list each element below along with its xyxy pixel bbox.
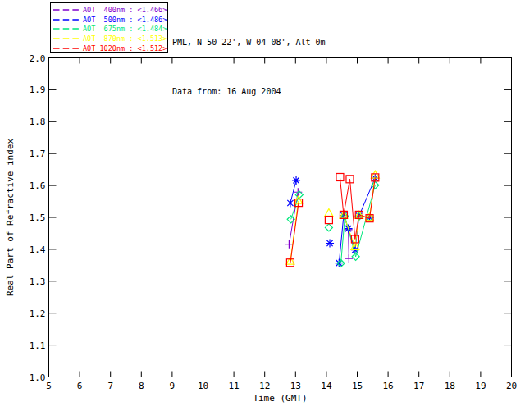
legend-dash-icon — [53, 17, 79, 22]
asterisk-marker — [326, 240, 334, 248]
legend-dash-icon — [53, 26, 79, 31]
x-tick-label: 19 — [475, 381, 486, 391]
y-tick-label: 2.0 — [30, 53, 46, 64]
site-location-text: PML, N 50 22', W 04 08', Alt 0m — [172, 34, 326, 51]
x-tick-label: 20 — [506, 381, 517, 391]
x-tick-label: 17 — [413, 381, 424, 391]
x-tick-label: 7 — [107, 381, 113, 391]
asterisk-marker — [292, 176, 300, 185]
x-tick-label: 6 — [77, 381, 83, 391]
series-aot-675nm — [287, 181, 379, 267]
series-line — [349, 230, 349, 258]
legend-entry-label: AOT 400nm : <1.466> — [83, 6, 167, 14]
y-tick-label: 1.3 — [30, 276, 46, 287]
y-tick-label: 1.0 — [30, 372, 46, 383]
x-tick-label: 18 — [445, 381, 455, 391]
y-axis-title: Real Part of Refractive index — [5, 139, 16, 296]
plus-marker — [345, 254, 353, 262]
x-axis-title: Time (GMT) — [253, 393, 307, 404]
legend-entry: AOT 400nm : <1.466> — [53, 5, 167, 15]
y-tick-label: 1.4 — [30, 244, 46, 255]
x-tick-label: 5 — [46, 381, 52, 391]
legend-entry-label: AOT 675nm : <1.484> — [83, 25, 167, 33]
diamond-marker — [325, 224, 332, 231]
y-tick-label: 1.7 — [30, 148, 46, 159]
x-tick-label: 10 — [198, 381, 208, 391]
legend-dash-icon — [53, 7, 79, 12]
legend-entry-label: AOT 1020nm : <1.512> — [83, 44, 167, 52]
legend-entry-label: AOT 500nm : <1.486> — [83, 16, 167, 24]
y-tick-label: 1.9 — [30, 84, 46, 95]
x-tick-label: 9 — [170, 381, 176, 391]
x-tick-label: 8 — [139, 381, 144, 391]
y-tick-label: 1.1 — [30, 340, 46, 351]
asterisk-marker — [286, 199, 294, 207]
x-tick-label: 12 — [259, 381, 270, 391]
series-aot-1020nm — [286, 173, 378, 266]
aeronet-refractive-index-plot: 5678910111213141516171819201.01.11.21.31… — [0, 0, 525, 420]
y-tick-label: 1.6 — [30, 180, 46, 191]
legend-entry: AOT 870nm : <1.513> — [53, 34, 167, 43]
x-tick-label: 14 — [321, 381, 332, 391]
legend-entry: AOT 675nm : <1.484> — [53, 24, 167, 34]
triangle-marker — [325, 208, 333, 216]
legend-box: AOT 400nm : <1.466>AOT 500nm : <1.486>AO… — [50, 2, 168, 53]
x-tick-label: 16 — [382, 381, 393, 391]
x-tick-label: 11 — [228, 381, 239, 391]
data-date-text: Data from: 16 Aug 2004 — [172, 84, 326, 100]
x-tick-label: 13 — [290, 381, 301, 391]
legend-dash-icon — [53, 46, 79, 51]
legend-dash-icon — [53, 36, 79, 41]
legend-entry-label: AOT 870nm : <1.513> — [83, 34, 167, 43]
x-tick-label: 15 — [352, 381, 363, 391]
square-marker — [325, 217, 332, 224]
legend-entry: AOT 500nm : <1.486> — [53, 15, 167, 25]
header-info: PML, N 50 22', W 04 08', Alt 0m Data fro… — [172, 2, 326, 133]
y-tick-label: 1.5 — [30, 212, 46, 223]
legend-entry: AOT 1020nm : <1.512> — [53, 43, 167, 53]
y-tick-label: 1.2 — [30, 308, 46, 319]
y-tick-label: 1.8 — [30, 116, 46, 127]
